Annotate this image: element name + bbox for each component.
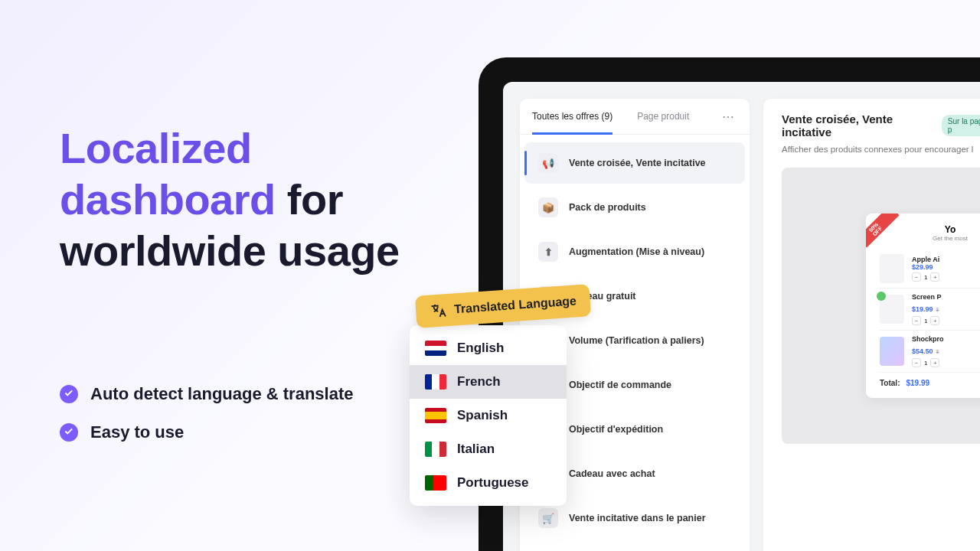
flag-fr-icon [425,374,446,390]
product-thumb [880,295,904,324]
offer-icon: 📦 [538,197,558,217]
sale-ribbon-icon [866,214,901,249]
product-thumb [880,337,904,366]
tab-all-offers[interactable]: Toutes les offres (9) [532,99,612,134]
detail-title: Vente croisée, Vente incitative [782,112,934,139]
detail-subtitle: Afficher des produits connexes pour enco… [782,145,980,154]
translate-icon [429,302,446,319]
offer-item[interactable]: 📦Pack de produits [524,187,745,228]
lang-italian[interactable]: Italian [410,432,567,466]
product-card: Yo Get the most Apple Ai $29.99 −1+ [866,214,980,398]
tab-product-page[interactable]: Page produit [637,99,689,134]
product-row: Shockpro $54.50$ −1+ [880,331,980,373]
lang-french[interactable]: French [410,365,567,399]
product-row: Screen P $19.99$ −1+ [880,289,980,331]
offer-icon: 🛒 [538,508,558,528]
offer-item[interactable]: ⬆Augmentation (Mise à niveau) [524,231,745,272]
lang-spanish[interactable]: Spanish [410,399,567,432]
lang-portuguese[interactable]: Portuguese [410,466,567,500]
offer-icon: 📢 [538,153,558,173]
product-thumb [880,254,904,283]
flag-it-icon [425,442,446,457]
check-icon [60,423,78,442]
flag-es-icon [425,408,446,423]
preview-box: Yo Get the most Apple Ai $29.99 −1+ [782,168,980,444]
flag-pt-icon [425,475,446,491]
tab-more-icon[interactable]: ⋯ [719,109,737,124]
lang-english[interactable]: English [410,331,567,365]
offer-item[interactable]: 📢Vente croisée, Vente incitative [524,142,745,184]
offer-icon: ⬆ [538,242,558,262]
headline: Localized dashboard for worldwide usage [60,122,427,277]
check-icon [60,385,78,403]
feature-auto-detect: Auto detect language & translate [60,384,427,404]
detail-panel: Vente croisée, Vente incitative Sur la p… [763,99,980,551]
product-row: Apple Ai $29.99 −1+ [880,249,980,289]
detail-badge: Sur la page p [942,115,980,136]
feature-easy: Easy to use [60,422,427,442]
language-popup: Translated Language English French Spani… [410,325,567,506]
flag-uk-icon [425,341,446,356]
